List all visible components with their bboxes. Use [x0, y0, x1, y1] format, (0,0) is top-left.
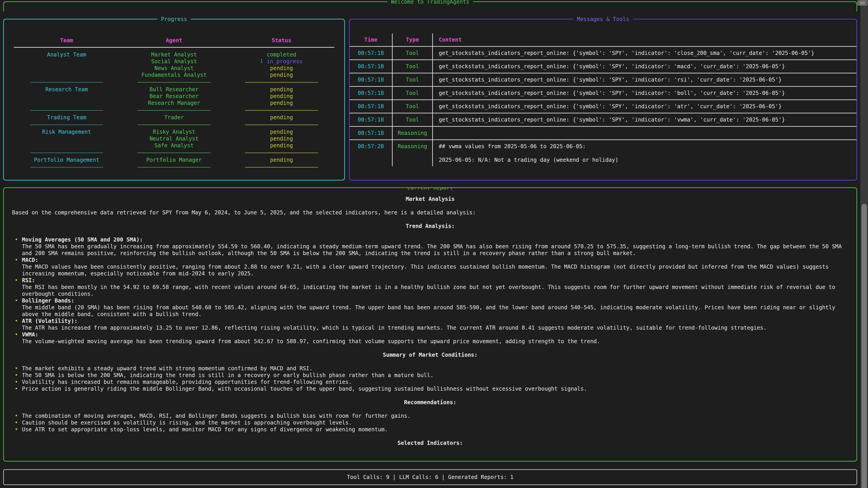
bullet-item: • RSI:The RSI has been mostly in the 54.… [12, 277, 848, 297]
bullet-label: VWMA: [22, 331, 848, 338]
agent-name: Market Analyst [120, 51, 228, 58]
messages-table: Time Type Content 00:57:18 Tool get_stoc… [350, 33, 857, 166]
agent-name: Bear Researcher [120, 93, 228, 100]
status-value: pending [228, 142, 335, 149]
message-content: ## vwma values from 2025-05-06 to 2025-0… [433, 140, 857, 166]
report-body: Market Analysis Based on the comprehensi… [4, 188, 857, 453]
bullet-marker-icon: • [12, 372, 22, 379]
bullet-text: The ATR has increased from approximately… [22, 324, 848, 331]
message-type: Tool [393, 113, 433, 126]
scrollbar[interactable] [860, 0, 868, 488]
spinner-icon: ⠇ [260, 58, 265, 65]
status-value: pending [228, 129, 335, 135]
bullet-marker-icon: • [12, 385, 22, 392]
message-time: 00:57:18 [350, 73, 393, 86]
column-header-agent: Agent [120, 37, 228, 44]
bullet-text: The volume-weighted moving average has b… [22, 338, 848, 345]
messages-table-header: Time Type Content [350, 33, 857, 47]
column-header-type: Type [393, 33, 433, 46]
status-value: completed [228, 51, 335, 58]
message-type: Reasoning [393, 127, 433, 139]
bullet-text: Volatility has increased but remains man… [22, 379, 848, 385]
bullet-text: The combination of moving averages, MACD… [22, 413, 848, 419]
bullet-marker-icon: • [12, 419, 22, 426]
status-value: pending [228, 157, 335, 163]
bullet-marker-icon: • [12, 413, 22, 419]
message-content: get_stockstats_indicators_report_online:… [433, 73, 857, 86]
message-content: get_stockstats_indicators_report_online:… [433, 113, 857, 126]
footer-stats-bar: Tool Calls: 9 | LLM Calls: 6 | Generated… [3, 469, 857, 485]
progress-table-header: Team Agent Status [13, 37, 335, 44]
message-content: get_stockstats_indicators_report_online:… [433, 60, 857, 73]
bullet-marker-icon: • [12, 297, 22, 318]
agent-name: Neutral Analyst [120, 135, 228, 142]
bullet-list: •The market exhibits a steady upward tre… [12, 365, 848, 392]
section-heading: Selected Indicators: [12, 440, 848, 447]
report-heading: Market Analysis [12, 196, 848, 202]
team-group: Trading Team Trader pending [13, 114, 335, 121]
bullet-label: RSI: [22, 277, 848, 284]
bullet-marker-icon: • [12, 236, 22, 257]
message-time: 00:57:20 [350, 140, 393, 166]
bullet-marker-icon: • [12, 379, 22, 385]
group-separator [13, 78, 335, 86]
message-content-line: ## vwma values from 2025-05-06 to 2025-0… [439, 143, 855, 150]
bullet-item: • Moving Averages (50 SMA and 200 SMA):T… [12, 236, 848, 257]
bullet-text: Use ATR to set appropriate stop-loss lev… [22, 426, 848, 433]
agent-name: Risky Analyst [120, 129, 228, 135]
status-value: pending [228, 93, 335, 100]
bullet-marker-icon: • [12, 277, 22, 297]
message-row: 00:57:18 Reasoning [350, 127, 857, 140]
bullet-item: •The combination of moving averages, MAC… [12, 413, 848, 419]
bullet-label: ATR (Volatility): [22, 318, 848, 324]
bullet-item: •Price action is generally riding the mi… [12, 385, 848, 392]
bullet-list: •The combination of moving averages, MAC… [12, 413, 848, 433]
bullet-item: •Caution should be exercised as volatili… [12, 419, 848, 426]
message-type: Tool [393, 100, 433, 113]
bullet-item: •The 50 SMA is below the 200 SMA, indica… [12, 372, 848, 379]
message-row: 00:57:18 Tool get_stockstats_indicators_… [350, 73, 857, 87]
report-intro: Based on the comprehensive data retrieve… [12, 209, 848, 216]
bullet-item: • MACD:The MACD values have been consist… [12, 257, 848, 277]
agent-name: News Analyst [120, 65, 228, 72]
progress-panel: Progress Team Agent Status Analyst Team … [3, 19, 345, 181]
report-panel-title: Current Report [404, 187, 457, 191]
bullet-label: Moving Averages (50 SMA and 200 SMA): [22, 236, 848, 243]
bullet-text: The 50 SMA is below the 200 SMA, indicat… [22, 372, 848, 379]
team-name: Risk Management [13, 129, 120, 135]
status-value: pending [228, 114, 335, 121]
group-separator [13, 121, 335, 129]
menu-icon[interactable] [857, 0, 867, 5]
bullet-item: •Use ATR to set appropriate stop-loss le… [12, 426, 848, 433]
bullet-item: •The market exhibits a steady upward tre… [12, 365, 848, 372]
section-heading: Summary of Market Conditions: [12, 352, 848, 358]
terminal-content: Welcome to TradingAgents Progress Team A… [3, 1, 857, 485]
message-content-line: 2025-06-05: N/A: Not a trading day (week… [439, 157, 855, 163]
message-content: get_stockstats_indicators_report_online:… [433, 100, 857, 113]
app-title: Welcome to TradingAgents [388, 0, 473, 5]
message-row: 00:57:18 Tool get_stockstats_indicators_… [350, 100, 857, 113]
team-group: Analyst Team Market Analyst Social Analy… [13, 51, 335, 78]
report-panel: Current Report Market Analysis Based on … [3, 187, 857, 462]
message-time: 00:57:18 [350, 100, 393, 113]
message-type: Tool [393, 73, 433, 86]
status-value: ⠇in_progress [228, 58, 335, 65]
bullet-marker-icon: • [12, 331, 22, 345]
section-heading: Trend Analysis: [12, 223, 848, 230]
bullet-marker-icon: • [12, 426, 22, 433]
team-name: Research Team [13, 86, 120, 93]
messages-panel: Messages & Tools Time Type Content 00:57… [349, 19, 857, 181]
scrollbar-thumb[interactable] [862, 204, 867, 488]
team-name: Trading Team [13, 114, 120, 121]
message-type: Tool [393, 60, 433, 73]
message-time: 00:57:18 [350, 87, 393, 99]
team-group: Portfolio Management Portfolio Manager p… [13, 157, 335, 163]
agent-name: Social Analyst [120, 58, 228, 65]
message-row: 00:57:18 Tool get_stockstats_indicators_… [350, 87, 857, 100]
message-content: get_stockstats_indicators_report_online:… [433, 47, 857, 59]
bullet-item: •Volatility has increased but remains ma… [12, 379, 848, 385]
bullet-text: Price action is generally riding the mid… [22, 385, 848, 392]
message-time: 00:57:18 [350, 60, 393, 73]
message-row: 00:57:18 Tool get_stockstats_indicators_… [350, 47, 857, 60]
agent-name: Safe Analyst [120, 142, 228, 149]
